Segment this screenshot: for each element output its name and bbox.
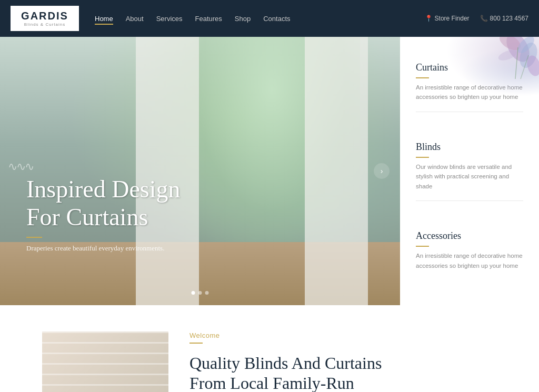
- svg-rect-10: [100, 331, 142, 392]
- curtain-right: [305, 37, 368, 305]
- curtains-dash: [416, 77, 429, 78]
- logo[interactable]: GARDIS Blinds & Curtains: [11, 6, 79, 31]
- hero-title-dash: [26, 237, 42, 238]
- side-item-blinds-title: Blinds: [416, 142, 523, 153]
- curtain-left: [136, 37, 199, 305]
- nav-item-shop[interactable]: Shop: [235, 14, 251, 23]
- side-item-blinds: Blinds Our window blinds are versatile a…: [416, 142, 523, 201]
- hero-side-panel: Curtains An irresistible range of decora…: [400, 37, 539, 305]
- store-finder[interactable]: 📍 Store Finder: [425, 15, 470, 22]
- hero-text-overlay: Inspired Design For Curtains Draperies c…: [26, 176, 181, 253]
- nav-item-contacts[interactable]: Contacts: [263, 14, 290, 23]
- svg-point-34: [118, 363, 145, 392]
- wave-decoration: ∿∿∿: [8, 160, 33, 174]
- side-item-accessories-desc: An irresistible range of decorative home…: [416, 251, 523, 270]
- hero-subtitle: Draperies create beautiful everyday envi…: [26, 244, 181, 253]
- location-icon: 📍: [425, 15, 433, 22]
- slider-next-arrow[interactable]: ›: [374, 163, 390, 179]
- svg-rect-8: [42, 331, 168, 392]
- dot-3[interactable]: [205, 291, 209, 295]
- floral-inner: [434, 37, 539, 105]
- nav-item-features[interactable]: Features: [195, 14, 222, 23]
- nav-item-home[interactable]: Home: [95, 14, 113, 23]
- nav-right: 📍 Store Finder 📞 800 123 4567: [425, 15, 528, 22]
- nav-item-services[interactable]: Services: [156, 14, 183, 23]
- welcome-label: Welcome: [189, 331, 528, 339]
- side-item-blinds-desc: Our window blinds are versatile and styl…: [416, 162, 523, 191]
- phone-number[interactable]: 📞 800 123 4567: [480, 15, 528, 22]
- bottom-title: Quality Blinds And Curtains From Local F…: [189, 353, 528, 392]
- hero-title: Inspired Design For Curtains: [26, 176, 181, 232]
- phone-icon: 📞: [480, 15, 488, 22]
- brand-subtitle: Blinds & Curtains: [24, 22, 65, 27]
- bottom-text: Welcome Quality Blinds And Curtains From…: [189, 331, 528, 392]
- side-item-accessories-title: Accessories: [416, 230, 523, 242]
- svg-point-35: [122, 346, 141, 369]
- nav-links: Home About Services Features Shop Contac…: [95, 14, 291, 23]
- floral-decoration: [434, 37, 539, 105]
- slide-indicator: [192, 291, 209, 295]
- dot-2[interactable]: [198, 291, 202, 295]
- brand-name: GARDIS: [21, 10, 68, 22]
- bottom-image-svg: [42, 331, 168, 392]
- welcome-dash: [189, 343, 203, 344]
- svg-rect-33: [145, 331, 168, 392]
- hero-image: ∿∿∿ Inspired Design For Curtains Draperi…: [0, 37, 400, 305]
- accessories-dash: [416, 246, 429, 247]
- svg-rect-9: [53, 331, 95, 392]
- navbar: GARDIS Blinds & Curtains Home About Serv…: [0, 0, 539, 37]
- bottom-image: [42, 331, 168, 392]
- nav-item-about[interactable]: About: [126, 14, 144, 23]
- floral-svg: [434, 37, 539, 105]
- side-item-accessories: Accessories An irresistible range of dec…: [416, 230, 523, 280]
- bottom-section: Welcome Quality Blinds And Curtains From…: [0, 305, 539, 392]
- hero-section: ∿∿∿ Inspired Design For Curtains Draperi…: [0, 37, 539, 305]
- dot-1[interactable]: [192, 291, 195, 295]
- blinds-dash: [416, 157, 429, 158]
